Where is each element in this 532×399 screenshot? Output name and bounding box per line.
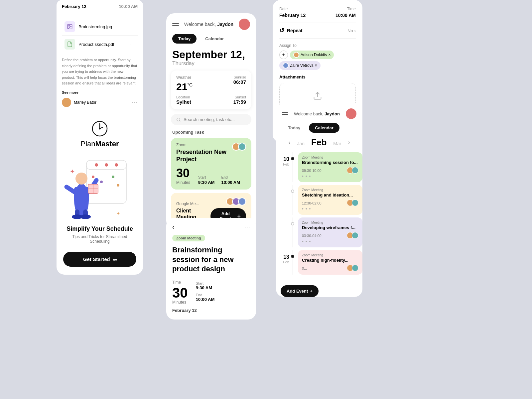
file-name-2: Product skecth.pdf [78,42,129,47]
svg-point-12 [100,181,103,183]
svg-rect-17 [74,187,79,202]
ae-date-time-row: Date February 12 Time 10:00 AM [279,7,356,18]
event-date: February 12 [172,308,250,313]
ae-add-assignee[interactable]: + [279,51,288,59]
event-wireframes[interactable]: Zoom Meeting Developing wireframes f... … [298,217,362,247]
ae-assignee-1[interactable]: Adison Dokidis × [290,51,334,59]
cal-plus-icon: + [310,289,313,294]
file-icon-1 [65,21,75,32]
task-name-1: Presentation New Project [176,149,232,163]
upload-icon [313,91,322,100]
ae-repeat-value[interactable]: No › [347,28,356,33]
search-icon [176,117,181,122]
task-type-2: Google Me... [176,201,210,206]
svg-point-24 [80,214,91,219]
planmaster-title: PlanMaster [81,140,119,148]
cal-day-sketching: Zoom Meeting Sketching and ideation... 1… [276,185,362,215]
card-planmaster: PlanMaster [57,110,143,275]
task-avatars-2 [226,198,246,205]
main-tabs: Today Calendar [166,34,256,48]
repeat-label: Repeat [287,28,303,33]
remove-assignee-1[interactable]: × [328,53,331,57]
event-sketching[interactable]: Zoom Meeting Sketching and ideation... 1… [298,185,362,215]
event-end-label: End [196,293,215,297]
file-row-2[interactable]: Product skecth.pdf ⋯ [62,36,138,53]
get-started-arrows: »» [113,257,117,262]
tab-today[interactable]: Today [172,34,197,44]
cal-day-13: 13 Feb Zoom Meeting Creating high-fideli… [276,250,362,275]
cal-tabs: Today Calendar [276,123,362,137]
search-bar[interactable] [171,114,251,125]
svg-text:✦: ✦ [70,168,75,175]
svg-point-1 [68,25,69,26]
date-day: Thursday [172,61,195,66]
cal-tab-calendar[interactable]: Calendar [309,123,339,133]
task-minutes-label: Minutes [176,180,190,185]
user-row-1: Marley Bator ⋯ [62,95,138,110]
header-time: 10:00 AM [119,4,138,9]
repeat-icon: ↺ [279,27,284,34]
svg-point-5 [99,128,101,130]
current-month: Feb [311,137,327,148]
next-month-button[interactable]: › [348,139,350,146]
event-menu[interactable]: ⋯ [244,223,250,231]
hamburger-menu[interactable] [172,23,179,26]
user-avatar-1 [62,98,71,107]
timeline-dot-10 [291,157,294,160]
back-button[interactable]: ‹ [172,223,175,231]
user-menu-1[interactable]: ⋯ [132,99,138,106]
day-events-10: Zoom Meeting Brainstorming session fo...… [293,152,362,182]
planmaster-logo-icon [91,120,108,137]
ae-assign-chips: + Adison Dokidis × Zaire Vetrovs × [279,51,356,70]
svg-point-30 [177,118,180,121]
svg-point-10 [115,163,118,167]
cal-hamburger[interactable] [282,112,288,115]
cal-avatar [346,108,356,119]
cal-greeting: Welcome back, Jaydon [294,111,340,116]
planmaster-subtext: Tips and Tricks for Streamlined Scheduli… [63,234,136,244]
file-menu-1[interactable]: ⋯ [129,23,135,30]
day-num-10: 10 [276,156,289,162]
get-started-button[interactable]: Get Started »» [63,252,136,267]
task-card-1: Zoom Presentation New Project 30 Minutes… [171,138,251,190]
weather-label: Weather [176,75,193,80]
tab-calendar-main[interactable]: Calendar [199,34,230,44]
start-label: Start [198,175,206,179]
main-greeting: Welcome back, Jaydon [184,22,233,27]
search-input[interactable] [184,117,246,122]
event-start: 9:30 AM [196,285,215,290]
time-label: Time [172,280,188,285]
see-more-link[interactable]: See more [62,90,78,94]
card-event-details: ‹ ⋯ Zoom Meeting Brainstorming session f… [166,218,256,320]
user-name-1: Marley Bator [74,100,132,105]
location-value: Sylhet [176,99,191,105]
card-main-dashboard: Welcome back, Jaydon Today Calendar Sept… [166,13,256,229]
svg-point-16 [75,173,87,185]
remove-assignee-2[interactable]: × [315,63,317,68]
ae-attachments-label: Attachments [279,74,356,79]
end-label: End [221,175,228,179]
svg-point-11 [92,176,94,178]
event-hifi[interactable]: Zoom Meeting Creating high-fidelity... 0… [298,250,362,275]
file-menu-2[interactable]: ⋯ [129,41,135,48]
svg-line-19 [66,187,74,192]
location-label: Location [176,95,191,99]
cal-day-wireframes: Zoom Meeting Developing wireframes f... … [276,217,362,247]
planmaster-illustration: ✦ ✦ [63,154,136,220]
file-row-1[interactable]: Brainstorming.jpg ⋯ [62,18,138,36]
cal-day-10: 10 Feb Zoom Meeting Brainstorming sessio… [276,152,362,182]
svg-point-8 [95,163,98,167]
master-word: Master [95,140,119,148]
day-events-wireframes: Zoom Meeting Developing wireframes f... … [293,217,362,247]
get-started-label: Get Started [83,256,110,262]
planmaster-headline: Simplify Your Schedule [66,225,133,232]
ae-assignee-2[interactable]: Zaire Vetrovs × [279,61,321,70]
cal-tab-today[interactable]: Today [282,123,306,133]
event-brainstorming[interactable]: Zoom Meeting Brainstorming session fo...… [298,152,362,182]
event-start-label: Start [196,281,215,285]
user-avatar-main [239,19,250,30]
cal-add-event-button[interactable]: Add Event + [281,285,319,297]
svg-point-9 [105,163,108,167]
prev-month-button[interactable]: ‹ [289,139,291,146]
weather-block: Weather 21°C Sunrise 06:07 Location Sylh… [171,70,251,109]
